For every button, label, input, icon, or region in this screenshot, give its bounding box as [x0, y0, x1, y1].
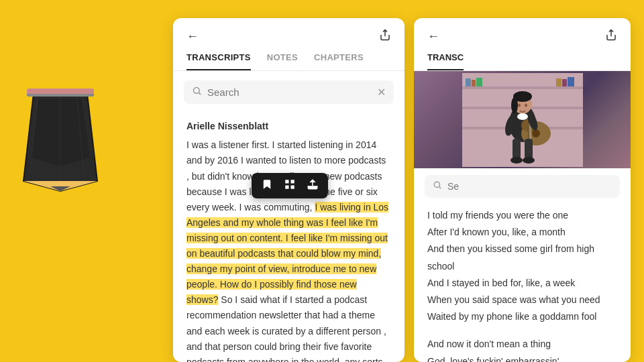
svg-rect-41	[525, 139, 533, 159]
svg-point-39	[517, 113, 528, 120]
left-panel-header: ←	[173, 18, 405, 44]
transcript-highlighted: I was living in Los Angeles and my whole…	[186, 202, 388, 306]
tab-transcripts-right[interactable]: TRANSC	[427, 52, 464, 70]
right-panel: ← TRANSC	[414, 18, 631, 362]
lyrics-line: Waited by my phone like a goddamn fool	[427, 308, 617, 325]
svg-point-43	[523, 157, 535, 164]
right-search-input[interactable]	[447, 181, 612, 192]
svg-rect-17	[462, 86, 583, 89]
svg-rect-12	[285, 180, 288, 183]
search-icon	[192, 86, 202, 99]
tab-transcripts[interactable]: TRANSCRIPTS	[186, 52, 251, 70]
lyrics-block-2: And now it don't mean a thing God, love'…	[427, 336, 617, 362]
lyrics-line: I told my friends you were the one	[427, 207, 617, 224]
share-icon-right[interactable]	[605, 29, 617, 44]
lyrics-content: I told my friends you were the one After…	[414, 204, 631, 362]
lyrics-line: And I stayed in bed for, like, a week	[427, 275, 617, 292]
svg-point-46	[434, 182, 439, 187]
back-icon[interactable]: ←	[186, 29, 199, 44]
lyrics-line: After I'd known you, like, a month	[427, 224, 617, 241]
right-search-container	[425, 175, 620, 198]
right-tabs-container: TRANSC	[414, 52, 631, 71]
lyrics-line: When you said space was what you need	[427, 292, 617, 308]
svg-rect-14	[285, 186, 288, 189]
search-input[interactable]	[207, 86, 372, 98]
svg-point-36	[532, 129, 540, 137]
pencil-icon	[20, 87, 127, 221]
svg-rect-22	[476, 78, 482, 86]
svg-point-10	[194, 88, 200, 94]
svg-point-45	[525, 103, 527, 107]
search-icon-right	[433, 180, 442, 192]
svg-point-42	[511, 157, 523, 164]
svg-point-29	[511, 97, 518, 113]
transcript-text: I was a listener first. I started listen…	[186, 137, 391, 362]
clear-icon[interactable]: ✕	[377, 86, 386, 99]
share-icon[interactable]	[379, 29, 391, 44]
grid-icon[interactable]	[284, 178, 296, 193]
svg-line-47	[439, 187, 441, 189]
svg-line-11	[199, 93, 201, 95]
svg-rect-24	[562, 79, 567, 86]
svg-rect-7	[27, 88, 94, 94]
transcript-author: Arielle Nissenblatt	[186, 119, 391, 133]
upload-icon[interactable]	[307, 178, 319, 193]
tab-notes[interactable]: NOTES	[267, 52, 298, 70]
toolbar-popup	[252, 173, 328, 198]
thumbnail	[414, 71, 631, 168]
thumbnail-overlay	[414, 71, 631, 168]
svg-rect-15	[291, 186, 294, 189]
back-icon-right[interactable]: ←	[427, 29, 439, 44]
svg-rect-23	[556, 78, 561, 86]
svg-rect-40	[513, 139, 521, 159]
lyrics-block-1: I told my friends you were the one After…	[427, 207, 617, 325]
svg-point-44	[518, 103, 521, 107]
svg-rect-21	[472, 80, 476, 86]
svg-rect-20	[466, 78, 471, 86]
tabs-container: TRANSCRIPTS NOTES CHAPTERS	[173, 52, 405, 71]
right-panel-header: ←	[414, 18, 631, 44]
lyrics-line: God, love's fuckin' embarrassin'	[427, 353, 617, 363]
lyrics-line: And then you kissed some girl from high …	[427, 241, 617, 274]
lyrics-line: And now it don't mean a thing	[427, 336, 617, 353]
transcript-content: Arielle Nissenblatt I was a listener fir…	[173, 113, 405, 362]
svg-rect-25	[568, 77, 574, 86]
tab-chapters[interactable]: CHAPTERS	[314, 52, 364, 70]
search-container: ✕	[184, 80, 394, 104]
svg-rect-13	[291, 180, 294, 183]
bookmark-icon[interactable]	[261, 178, 273, 193]
